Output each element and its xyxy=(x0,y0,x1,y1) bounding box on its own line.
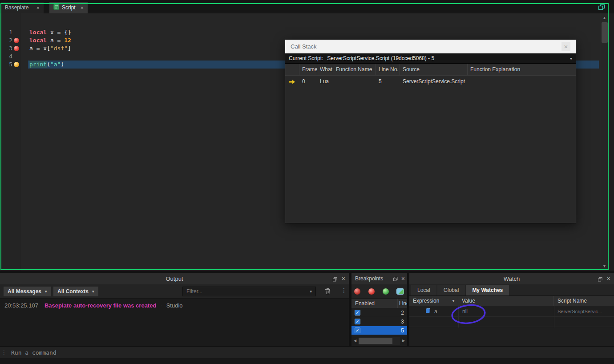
tab-baseplate-label: Baseplate xyxy=(5,4,28,11)
tab-my-watches[interactable]: My Watches xyxy=(466,285,509,295)
tab-local[interactable]: Local xyxy=(411,285,436,295)
output-filter-input[interactable] xyxy=(186,288,310,295)
current-script-label: Current Script: xyxy=(289,55,323,61)
output-options-kebab-icon[interactable]: ⋮ xyxy=(341,287,347,294)
dropdown-caret-icon: ▾ xyxy=(92,289,94,294)
window-restore-icon[interactable] xyxy=(598,4,605,12)
scroll-up-icon[interactable]: ▲ xyxy=(600,14,609,21)
breakpoints-col-enabled[interactable]: Enabled xyxy=(351,299,398,308)
call-stack-dialog[interactable]: Call Stack × Current Script: ServerScrip… xyxy=(285,39,576,223)
code-keyword: local xyxy=(29,29,47,36)
float-panel-icon[interactable] xyxy=(598,276,602,283)
code-text: x = {} xyxy=(47,29,71,36)
watch-col-expression[interactable]: Expression ▼ xyxy=(409,296,458,306)
breakpoint-enabled-checkbox[interactable]: ✓ xyxy=(355,328,360,333)
code-keyword: local xyxy=(29,37,47,44)
enable-all-breakpoints-icon[interactable] xyxy=(368,288,375,295)
scroll-right-icon[interactable]: ▶ xyxy=(400,337,407,345)
tab-global[interactable]: Global xyxy=(437,285,465,295)
call-stack-col-what[interactable]: What xyxy=(317,64,333,75)
code-line-1[interactable]: 1 local x = {} xyxy=(0,28,600,36)
breakpoint-row-line-2[interactable]: ✓ 2 xyxy=(351,308,407,317)
current-script-dropdown[interactable]: Current Script: ServerScriptService.Scri… xyxy=(285,53,576,64)
call-stack-col-source[interactable]: Source xyxy=(400,64,468,75)
log-source: Studio xyxy=(166,302,183,309)
call-stack-col-frame[interactable]: Frame xyxy=(299,64,317,75)
breakpoint-dot-line-3[interactable] xyxy=(14,46,19,51)
call-stack-col-marker xyxy=(285,64,299,75)
breakpoint-row-line-5-selected[interactable]: ✓ 5 xyxy=(351,326,407,335)
scrollbar-thumb[interactable] xyxy=(602,22,608,43)
float-panel-icon[interactable] xyxy=(393,276,398,283)
command-bar-grip-icon[interactable]: ⋮ xyxy=(1,349,7,356)
call-stack-row[interactable]: 0 Lua 5 ServerScriptService.Script xyxy=(285,76,576,88)
toggle-breakpoints-icon[interactable] xyxy=(383,288,389,295)
document-tab-bar: Baseplate × Script × xyxy=(0,0,614,13)
editor-vertical-scrollbar[interactable]: ▲ ▼ xyxy=(600,13,609,271)
call-stack-col-line-no[interactable]: Line No. xyxy=(376,64,400,75)
code-text: ( xyxy=(47,61,50,68)
current-line-breakpoint-dot[interactable] xyxy=(14,62,19,67)
line-number: 2 xyxy=(0,36,12,44)
command-bar[interactable]: ⋮ xyxy=(0,346,614,358)
go-to-script-icon[interactable] xyxy=(396,288,404,295)
log-separator: - xyxy=(161,302,162,309)
watch-panel-header[interactable]: Watch × xyxy=(409,273,614,284)
line-number: 1 xyxy=(0,28,12,36)
output-panel-header[interactable]: Output × xyxy=(0,273,349,284)
breakpoints-col-line[interactable]: Line xyxy=(398,299,407,308)
call-stack-col-function-name[interactable]: Function Name xyxy=(333,64,376,75)
status-strip xyxy=(0,358,614,364)
output-panel-title: Output xyxy=(166,275,183,282)
breakpoints-horizontal-scrollbar[interactable]: ◀ ▶ xyxy=(351,337,407,345)
watch-expression-value: a xyxy=(434,308,437,315)
call-stack-titlebar[interactable]: Call Stack × xyxy=(285,40,576,53)
watch-row-empty[interactable] xyxy=(409,317,614,327)
breakpoint-row-line-3[interactable]: ✓ 3 xyxy=(351,317,407,326)
current-frame-arrow-icon xyxy=(285,76,299,88)
close-panel-icon[interactable]: × xyxy=(607,275,610,282)
scrollbar-thumb[interactable] xyxy=(359,338,392,344)
code-text: ] xyxy=(68,45,71,52)
all-messages-dropdown[interactable]: All Messages ▾ xyxy=(4,287,51,296)
tab-script-close-icon[interactable]: × xyxy=(80,4,84,11)
tab-baseplate-close-icon[interactable]: × xyxy=(36,4,40,11)
filter-caret-icon[interactable]: ▾ xyxy=(310,289,312,294)
call-stack-col-function-explanation[interactable]: Function Explanation xyxy=(468,64,576,75)
line-no-value: 5 xyxy=(376,76,400,88)
scroll-left-icon[interactable]: ◀ xyxy=(351,337,359,345)
tab-script[interactable]: Script × xyxy=(49,2,88,13)
float-panel-icon[interactable] xyxy=(333,276,337,283)
line-number: 5 xyxy=(0,61,12,69)
watch-row-a[interactable]: a nil ServerScriptServic... xyxy=(409,306,614,317)
close-panel-icon[interactable]: × xyxy=(342,275,345,282)
watch-col-value[interactable]: Value xyxy=(458,296,554,306)
watch-col-script-name[interactable]: Script Name xyxy=(554,296,614,306)
breakpoint-enabled-checkbox[interactable]: ✓ xyxy=(355,319,360,324)
disable-all-breakpoints-icon[interactable] xyxy=(354,288,360,295)
output-log-area[interactable]: 20:53:25.107Baseplate auto-recovery file… xyxy=(0,299,349,346)
all-contexts-dropdown[interactable]: All Contexts ▾ xyxy=(53,287,98,296)
source-value: ServerScriptService.Script xyxy=(400,76,468,88)
clear-output-trash-icon[interactable] xyxy=(325,288,331,296)
breakpoints-panel-header[interactable]: Breakpoints × xyxy=(351,273,407,284)
all-contexts-label: All Contexts xyxy=(57,288,89,295)
output-filter-field[interactable]: ▾ xyxy=(182,287,316,296)
watch-panel-title: Watch xyxy=(504,275,520,282)
scroll-down-icon[interactable]: ▼ xyxy=(600,263,609,270)
line-number: 4 xyxy=(0,53,12,61)
breakpoint-line-number: 3 xyxy=(401,319,404,325)
watch-expression-icon xyxy=(425,308,431,315)
command-bar-input[interactable] xyxy=(11,349,614,356)
watch-table-header: Expression ▼ Value Script Name xyxy=(409,296,614,306)
tab-baseplate[interactable]: Baseplate × xyxy=(1,2,44,13)
call-stack-close-icon[interactable]: × xyxy=(561,42,570,51)
watch-script-name: ServerScriptServic... xyxy=(554,309,614,314)
sort-descending-icon[interactable]: ▼ xyxy=(452,296,455,306)
breakpoint-dot-line-2[interactable] xyxy=(14,38,19,43)
breakpoint-enabled-checkbox[interactable]: ✓ xyxy=(355,310,360,315)
watch-value: nil xyxy=(458,308,554,315)
breakpoints-rows: ✓ 2 ✓ 3 ✓ 5 xyxy=(351,308,407,335)
code-number-literal: 12 xyxy=(64,37,71,44)
close-panel-icon[interactable]: × xyxy=(401,275,405,282)
